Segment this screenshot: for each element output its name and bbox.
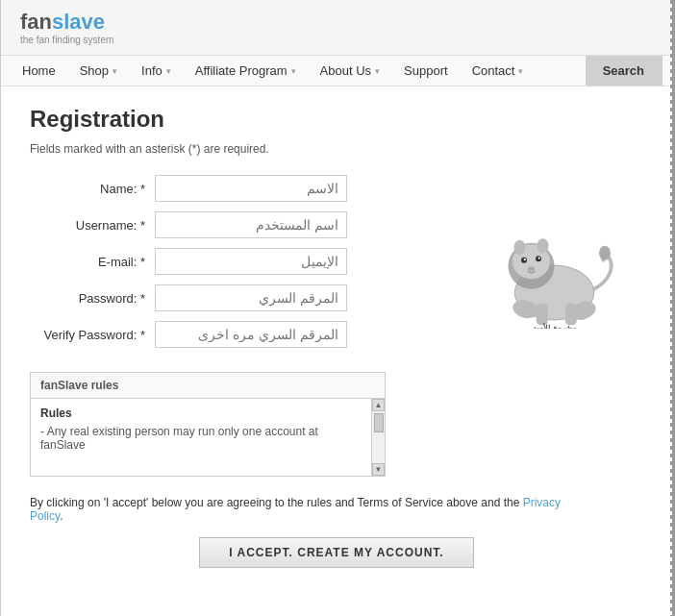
nav-label-search: Search (603, 63, 644, 78)
form-row-name: Name: * (30, 175, 432, 202)
agreement-text: By clicking on 'I accept' below you are … (30, 496, 588, 523)
svg-point-8 (514, 240, 526, 255)
form-row-email: E-mail: * (30, 248, 432, 275)
label-email: E-mail: * (30, 255, 155, 269)
verify-password-input[interactable] (155, 321, 347, 348)
nav-item-affiliate[interactable]: Affiliate Program ▾ (184, 56, 309, 86)
svg-point-11 (524, 259, 526, 260)
logo-tagline: the fan finding system (20, 35, 113, 45)
nav-label-home: Home (22, 63, 56, 78)
nav-item-support[interactable]: Support (392, 56, 461, 86)
rules-header: fanSlave rules (31, 373, 385, 399)
chevron-down-icon: ▾ (166, 66, 171, 76)
nav-label-shop: Shop (80, 63, 109, 78)
nav-label-about: About Us (320, 63, 371, 78)
svg-point-15 (599, 246, 611, 260)
scrollbar-thumb[interactable] (374, 413, 384, 432)
label-password: Password: * (30, 291, 155, 306)
rules-sub-header: Rules (40, 407, 365, 420)
chevron-down-icon: ▾ (291, 66, 296, 76)
chevron-down-icon: ▾ (375, 66, 380, 76)
label-verify-password: Verify Password: * (30, 328, 155, 342)
nav-label-affiliate: Affiliate Program (195, 63, 288, 78)
username-input[interactable] (155, 211, 347, 238)
svg-rect-2 (565, 304, 577, 326)
label-name: Name: * (30, 182, 155, 196)
form-row-verify-password: Verify Password: * (30, 321, 432, 348)
chevron-down-icon: ▾ (112, 66, 117, 76)
form-fields: Name: * Username: * E-mail: * Password: … (30, 175, 432, 357)
svg-point-14 (528, 267, 536, 272)
agreement-prefix: By clicking on 'I accept' below you are … (30, 496, 523, 509)
submit-button[interactable]: I ACCEPT. CREATE MY ACCOUNT. (199, 537, 473, 568)
main-content: Registration Fields marked with an aster… (1, 86, 672, 597)
lion-image: مشروع الأسد (470, 213, 624, 329)
rules-content[interactable]: Rules - Any real existing person may run… (31, 399, 385, 476)
nav-item-contact[interactable]: Contact ▾ (461, 56, 537, 86)
page-title: Registration (30, 106, 643, 133)
name-input[interactable] (155, 175, 347, 202)
email-input[interactable] (155, 248, 347, 275)
svg-rect-3 (537, 304, 548, 326)
logo: fanslave the fan finding system (20, 12, 113, 45)
page-wrapper: fanslave the fan finding system Home Sho… (0, 0, 675, 616)
required-note: Fields marked with an asterisk (*) are r… (30, 142, 643, 156)
nav-label-contact: Contact (472, 63, 515, 78)
nav-item-home[interactable]: Home (11, 56, 68, 86)
form-row-password: Password: * (30, 284, 432, 311)
rules-box: fanSlave rules Rules - Any real existing… (30, 372, 386, 477)
label-username: Username: * (30, 218, 155, 233)
lion-area: مشروع الأسد (451, 175, 643, 357)
nav-item-shop[interactable]: Shop ▾ (68, 56, 130, 86)
password-input[interactable] (155, 284, 347, 311)
svg-point-13 (538, 257, 540, 259)
main-nav: Home Shop ▾ Info ▾ Affiliate Program ▾ A… (1, 56, 672, 86)
form-row-username: Username: * (30, 211, 432, 238)
rules-text: - Any real existing person may run only … (40, 425, 365, 452)
cursor-area: I ACCEPT. CREATE MY ACCOUNT. (199, 537, 473, 568)
nav-label-info: Info (141, 63, 162, 78)
nav-label-support: Support (404, 63, 448, 78)
scrollbar-track[interactable]: ▲ ▼ (371, 399, 385, 476)
nav-item-info[interactable]: Info ▾ (130, 56, 184, 86)
header: fanslave the fan finding system (1, 0, 672, 56)
logo-text: fanslave (20, 12, 113, 33)
nav-item-about[interactable]: About Us ▾ (309, 56, 392, 86)
submit-area: I ACCEPT. CREATE MY ACCOUNT. (30, 537, 643, 568)
scrollbar-down-arrow[interactable]: ▼ (372, 463, 385, 476)
logo-slave: slave (52, 10, 105, 34)
chevron-down-icon: ▾ (518, 66, 523, 76)
agreement-suffix: . (60, 509, 62, 523)
svg-point-9 (538, 238, 549, 253)
form-area: Name: * Username: * E-mail: * Password: … (30, 175, 643, 357)
nav-item-search[interactable]: Search (586, 56, 662, 86)
logo-fan: fan (20, 10, 52, 34)
scrollbar-up-arrow[interactable]: ▲ (372, 399, 385, 411)
